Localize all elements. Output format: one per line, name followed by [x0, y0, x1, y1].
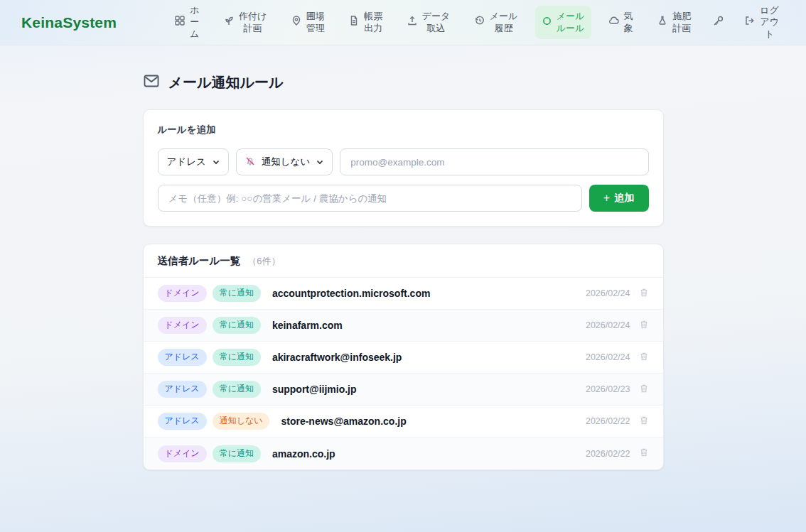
nav-item-home[interactable]: ホ ー ム	[168, 0, 206, 45]
sender-rules-title: 送信者ルール一覧	[158, 254, 241, 268]
rule-row: ドメイン 常に通知 accountprotection.microsoft.co…	[144, 278, 663, 310]
key-icon	[713, 16, 724, 29]
trash-icon	[639, 384, 649, 396]
rule-action-select-value: 通知しない	[262, 156, 310, 168]
nav-item-fertilizer-plan[interactable]: 施肥 計画	[650, 6, 698, 39]
rule-value: accountprotection.microsoft.com	[272, 288, 430, 299]
nav-label-logout: ログ アウ ト	[760, 5, 779, 40]
rule-action-badge: 常に通知	[213, 349, 261, 366]
chevron-down-icon	[213, 157, 220, 168]
rule-row: ドメイン 常に通知 amazon.co.jp 2026/02/22	[144, 438, 663, 469]
address-input[interactable]	[340, 148, 648, 175]
nav-label-home: ホ ー ム	[190, 5, 199, 40]
nav-item-weather[interactable]: 気 象	[602, 6, 640, 39]
history-icon	[475, 16, 485, 28]
trash-icon	[639, 416, 649, 428]
nav-label-data-import: データ 取込	[422, 11, 451, 34]
rule-value: keinafarm.com	[272, 320, 343, 331]
rule-row: アドレス 常に通知 support@iijmio.jp 2026/02/23	[144, 374, 663, 406]
nav-item-data-import[interactable]: データ 取込	[400, 6, 458, 39]
rule-date: 2026/02/23	[586, 384, 630, 394]
cloud-icon	[609, 16, 619, 28]
sender-rules-header: 送信者ルール一覧 （6件）	[144, 244, 663, 278]
api-key-button[interactable]	[709, 11, 728, 34]
nav-label-report-output: 帳票 出力	[364, 11, 382, 34]
rule-type-badge: アドレス	[158, 381, 207, 398]
chevron-down-icon	[316, 157, 323, 168]
rule-action-badge: 通知しない	[213, 413, 270, 430]
add-rule-section-label: ルールを追加	[158, 124, 649, 136]
rule-type-badge: ドメイン	[158, 285, 207, 302]
document-icon	[349, 16, 359, 28]
rule-value: amazon.co.jp	[272, 448, 335, 460]
add-rule-button-label: 追加	[614, 192, 634, 205]
rule-value: store-news@amazon.co.jp	[281, 416, 406, 427]
main-content: メール通知ルール ルールを追加 アドレス 通知しない	[143, 72, 664, 470]
flask-icon	[657, 16, 667, 28]
logout-icon	[745, 16, 755, 28]
trash-icon	[639, 320, 649, 332]
rule-row: アドレス 常に通知 akiracraftwork@infoseek.jp 202…	[144, 342, 663, 374]
rule-row: ドメイン 常に通知 keinafarm.com 2026/02/24	[144, 310, 663, 342]
rule-date: 2026/02/22	[586, 449, 630, 459]
map-pin-icon	[291, 16, 301, 28]
rule-action-select[interactable]: 通知しない	[236, 148, 333, 175]
upload-icon	[407, 16, 417, 28]
rule-date: 2026/02/24	[586, 352, 630, 362]
nav-item-report-output[interactable]: 帳票 出力	[342, 6, 389, 39]
delete-rule-button[interactable]	[639, 352, 649, 364]
dashboard-icon	[175, 16, 185, 28]
rule-type-badge: アドレス	[158, 413, 207, 430]
rule-type-select[interactable]: アドレス	[158, 148, 229, 175]
rule-type-badge: アドレス	[158, 349, 207, 366]
sender-rules-count: （6件）	[247, 255, 280, 268]
rule-type-badge: ドメイン	[158, 445, 207, 462]
sender-rules-card: 送信者ルール一覧 （6件） ドメイン 常に通知 accountprotectio…	[143, 244, 664, 470]
nav-list: ホ ー ム 作付け 計画 圃場 管理 帳票 出力 データ 取込	[168, 0, 786, 45]
nav-label-fertilizer-plan: 施肥 計画	[672, 11, 691, 34]
add-rule-row-1: アドレス 通知しない	[158, 148, 649, 175]
memo-input[interactable]	[158, 185, 582, 212]
nav-label-planting-plan: 作付け 計画	[239, 11, 267, 34]
nav-item-field-management[interactable]: 圃場 管理	[284, 6, 332, 39]
sprout-icon	[224, 16, 234, 28]
trash-icon	[639, 447, 649, 460]
rule-row: アドレス 通知しない store-news@amazon.co.jp 2026/…	[144, 406, 663, 438]
mail-icon	[143, 72, 160, 92]
nav-item-mail-rules[interactable]: メール ルール	[535, 6, 592, 39]
delete-rule-button[interactable]	[639, 320, 649, 332]
delete-rule-button[interactable]	[639, 384, 649, 396]
top-navbar: KeinaSystem ホ ー ム 作付け 計画 圃場 管理 帳票 出力	[0, 0, 806, 45]
delete-rule-button[interactable]	[639, 288, 649, 300]
page-title-text: メール通知ルール	[168, 73, 284, 92]
add-rule-card: ルールを追加 アドレス 通知しない +	[143, 109, 664, 227]
rule-value: akiracraftwork@infoseek.jp	[272, 352, 402, 363]
nav-label-mail-history: メール 履歴	[490, 11, 518, 34]
plus-icon: +	[603, 192, 610, 204]
rule-action-badge: 常に通知	[213, 317, 261, 334]
circle-icon	[542, 16, 552, 28]
rule-action-badge: 常に通知	[213, 381, 261, 398]
bell-off-icon	[245, 156, 255, 168]
rule-action-badge: 常に通知	[213, 445, 261, 462]
add-rule-row-2: + 追加	[158, 185, 649, 212]
nav-label-mail-rules: メール ルール	[557, 11, 585, 34]
nav-item-logout[interactable]: ログ アウ ト	[738, 0, 786, 45]
page-title: メール通知ルール	[143, 72, 664, 92]
add-rule-button[interactable]: + 追加	[589, 185, 649, 212]
rule-type-select-value: アドレス	[167, 156, 206, 168]
nav-label-field-management: 圃場 管理	[306, 11, 325, 34]
rule-date: 2026/02/24	[586, 288, 630, 298]
nav-label-weather: 気 象	[624, 11, 633, 34]
delete-rule-button[interactable]	[639, 416, 649, 428]
trash-icon	[639, 288, 649, 300]
rule-date: 2026/02/22	[586, 416, 630, 426]
rule-value: support@iijmio.jp	[272, 384, 357, 395]
rule-action-badge: 常に通知	[213, 285, 261, 302]
brand-logo[interactable]: KeinaSystem	[21, 14, 117, 31]
rule-date: 2026/02/24	[586, 320, 630, 330]
nav-item-planting-plan[interactable]: 作付け 計画	[217, 6, 274, 39]
delete-rule-button[interactable]	[639, 447, 649, 460]
rule-type-badge: ドメイン	[158, 317, 207, 334]
nav-item-mail-history[interactable]: メール 履歴	[468, 6, 525, 39]
